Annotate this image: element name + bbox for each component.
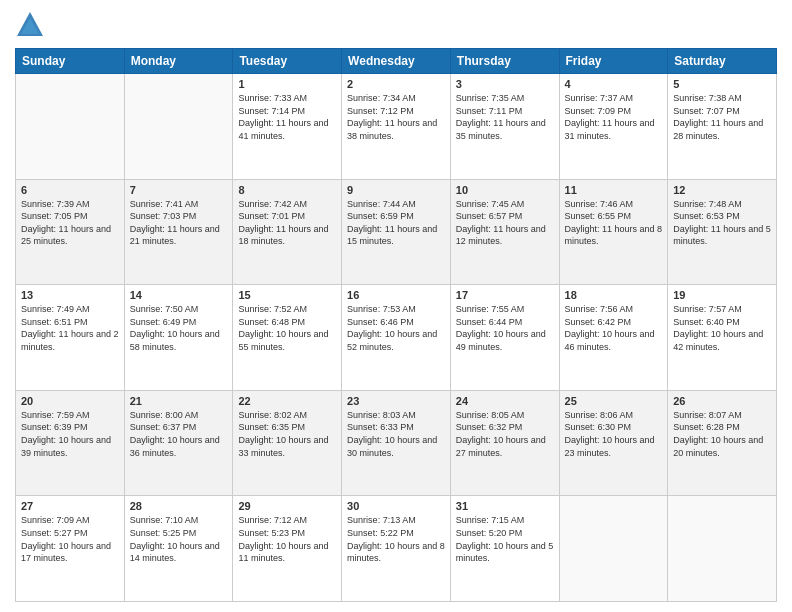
day-number: 22 [238,395,336,407]
day-number: 30 [347,500,445,512]
day-number: 24 [456,395,554,407]
calendar-cell-5-1: 27Sunrise: 7:09 AM Sunset: 5:27 PM Dayli… [16,496,125,602]
day-number: 19 [673,289,771,301]
calendar-cell-4-2: 21Sunrise: 8:00 AM Sunset: 6:37 PM Dayli… [124,390,233,496]
day-number: 16 [347,289,445,301]
day-info: Sunrise: 7:48 AM Sunset: 6:53 PM Dayligh… [673,198,771,248]
day-info: Sunrise: 7:50 AM Sunset: 6:49 PM Dayligh… [130,303,228,353]
day-info: Sunrise: 8:05 AM Sunset: 6:32 PM Dayligh… [456,409,554,459]
day-info: Sunrise: 7:34 AM Sunset: 7:12 PM Dayligh… [347,92,445,142]
calendar-header-monday: Monday [124,49,233,74]
calendar-cell-5-4: 30Sunrise: 7:13 AM Sunset: 5:22 PM Dayli… [342,496,451,602]
day-number: 2 [347,78,445,90]
calendar-week-5: 27Sunrise: 7:09 AM Sunset: 5:27 PM Dayli… [16,496,777,602]
day-info: Sunrise: 7:41 AM Sunset: 7:03 PM Dayligh… [130,198,228,248]
calendar-header-thursday: Thursday [450,49,559,74]
calendar-header-sunday: Sunday [16,49,125,74]
calendar-cell-2-5: 10Sunrise: 7:45 AM Sunset: 6:57 PM Dayli… [450,179,559,285]
calendar-header-wednesday: Wednesday [342,49,451,74]
day-number: 9 [347,184,445,196]
day-info: Sunrise: 7:37 AM Sunset: 7:09 PM Dayligh… [565,92,663,142]
calendar-cell-3-4: 16Sunrise: 7:53 AM Sunset: 6:46 PM Dayli… [342,285,451,391]
day-info: Sunrise: 7:46 AM Sunset: 6:55 PM Dayligh… [565,198,663,248]
calendar-cell-5-2: 28Sunrise: 7:10 AM Sunset: 5:25 PM Dayli… [124,496,233,602]
day-number: 18 [565,289,663,301]
day-number: 29 [238,500,336,512]
calendar-cell-3-5: 17Sunrise: 7:55 AM Sunset: 6:44 PM Dayli… [450,285,559,391]
day-number: 27 [21,500,119,512]
calendar-cell-4-6: 25Sunrise: 8:06 AM Sunset: 6:30 PM Dayli… [559,390,668,496]
calendar-week-3: 13Sunrise: 7:49 AM Sunset: 6:51 PM Dayli… [16,285,777,391]
day-number: 26 [673,395,771,407]
day-info: Sunrise: 7:15 AM Sunset: 5:20 PM Dayligh… [456,514,554,564]
day-number: 13 [21,289,119,301]
day-number: 8 [238,184,336,196]
day-number: 25 [565,395,663,407]
day-info: Sunrise: 7:55 AM Sunset: 6:44 PM Dayligh… [456,303,554,353]
calendar-cell-3-6: 18Sunrise: 7:56 AM Sunset: 6:42 PM Dayli… [559,285,668,391]
calendar-cell-1-7: 5Sunrise: 7:38 AM Sunset: 7:07 PM Daylig… [668,74,777,180]
day-number: 17 [456,289,554,301]
calendar-cell-2-3: 8Sunrise: 7:42 AM Sunset: 7:01 PM Daylig… [233,179,342,285]
day-info: Sunrise: 7:12 AM Sunset: 5:23 PM Dayligh… [238,514,336,564]
day-info: Sunrise: 7:44 AM Sunset: 6:59 PM Dayligh… [347,198,445,248]
day-info: Sunrise: 7:45 AM Sunset: 6:57 PM Dayligh… [456,198,554,248]
calendar-cell-2-6: 11Sunrise: 7:46 AM Sunset: 6:55 PM Dayli… [559,179,668,285]
day-info: Sunrise: 7:59 AM Sunset: 6:39 PM Dayligh… [21,409,119,459]
day-number: 21 [130,395,228,407]
day-number: 12 [673,184,771,196]
calendar-header-tuesday: Tuesday [233,49,342,74]
day-number: 15 [238,289,336,301]
day-info: Sunrise: 7:42 AM Sunset: 7:01 PM Dayligh… [238,198,336,248]
calendar-cell-1-2 [124,74,233,180]
calendar-cell-4-7: 26Sunrise: 8:07 AM Sunset: 6:28 PM Dayli… [668,390,777,496]
calendar-cell-4-1: 20Sunrise: 7:59 AM Sunset: 6:39 PM Dayli… [16,390,125,496]
calendar-cell-2-4: 9Sunrise: 7:44 AM Sunset: 6:59 PM Daylig… [342,179,451,285]
day-info: Sunrise: 8:03 AM Sunset: 6:33 PM Dayligh… [347,409,445,459]
calendar-header-saturday: Saturday [668,49,777,74]
calendar-week-1: 1Sunrise: 7:33 AM Sunset: 7:14 PM Daylig… [16,74,777,180]
calendar-week-4: 20Sunrise: 7:59 AM Sunset: 6:39 PM Dayli… [16,390,777,496]
calendar-cell-5-3: 29Sunrise: 7:12 AM Sunset: 5:23 PM Dayli… [233,496,342,602]
calendar-cell-4-5: 24Sunrise: 8:05 AM Sunset: 6:32 PM Dayli… [450,390,559,496]
day-number: 23 [347,395,445,407]
day-info: Sunrise: 7:57 AM Sunset: 6:40 PM Dayligh… [673,303,771,353]
logo-icon [15,10,45,40]
day-info: Sunrise: 7:13 AM Sunset: 5:22 PM Dayligh… [347,514,445,564]
day-number: 10 [456,184,554,196]
day-number: 31 [456,500,554,512]
calendar-cell-5-5: 31Sunrise: 7:15 AM Sunset: 5:20 PM Dayli… [450,496,559,602]
calendar-cell-3-7: 19Sunrise: 7:57 AM Sunset: 6:40 PM Dayli… [668,285,777,391]
day-info: Sunrise: 8:00 AM Sunset: 6:37 PM Dayligh… [130,409,228,459]
day-number: 14 [130,289,228,301]
day-number: 5 [673,78,771,90]
calendar-cell-1-3: 1Sunrise: 7:33 AM Sunset: 7:14 PM Daylig… [233,74,342,180]
calendar-cell-1-5: 3Sunrise: 7:35 AM Sunset: 7:11 PM Daylig… [450,74,559,180]
day-number: 7 [130,184,228,196]
day-info: Sunrise: 7:10 AM Sunset: 5:25 PM Dayligh… [130,514,228,564]
day-info: Sunrise: 8:07 AM Sunset: 6:28 PM Dayligh… [673,409,771,459]
calendar-cell-1-4: 2Sunrise: 7:34 AM Sunset: 7:12 PM Daylig… [342,74,451,180]
day-info: Sunrise: 7:53 AM Sunset: 6:46 PM Dayligh… [347,303,445,353]
day-number: 4 [565,78,663,90]
day-info: Sunrise: 7:33 AM Sunset: 7:14 PM Dayligh… [238,92,336,142]
calendar-header-row: SundayMondayTuesdayWednesdayThursdayFrid… [16,49,777,74]
calendar-cell-3-3: 15Sunrise: 7:52 AM Sunset: 6:48 PM Dayli… [233,285,342,391]
calendar-header-friday: Friday [559,49,668,74]
day-info: Sunrise: 7:56 AM Sunset: 6:42 PM Dayligh… [565,303,663,353]
page-header [15,10,777,40]
day-info: Sunrise: 8:02 AM Sunset: 6:35 PM Dayligh… [238,409,336,459]
day-info: Sunrise: 7:52 AM Sunset: 6:48 PM Dayligh… [238,303,336,353]
calendar-cell-4-3: 22Sunrise: 8:02 AM Sunset: 6:35 PM Dayli… [233,390,342,496]
calendar-cell-4-4: 23Sunrise: 8:03 AM Sunset: 6:33 PM Dayli… [342,390,451,496]
day-info: Sunrise: 7:35 AM Sunset: 7:11 PM Dayligh… [456,92,554,142]
calendar-cell-2-2: 7Sunrise: 7:41 AM Sunset: 7:03 PM Daylig… [124,179,233,285]
calendar-cell-5-6 [559,496,668,602]
day-number: 6 [21,184,119,196]
day-info: Sunrise: 7:09 AM Sunset: 5:27 PM Dayligh… [21,514,119,564]
calendar-week-2: 6Sunrise: 7:39 AM Sunset: 7:05 PM Daylig… [16,179,777,285]
calendar-cell-1-6: 4Sunrise: 7:37 AM Sunset: 7:09 PM Daylig… [559,74,668,180]
calendar-cell-5-7 [668,496,777,602]
day-number: 11 [565,184,663,196]
day-info: Sunrise: 7:38 AM Sunset: 7:07 PM Dayligh… [673,92,771,142]
